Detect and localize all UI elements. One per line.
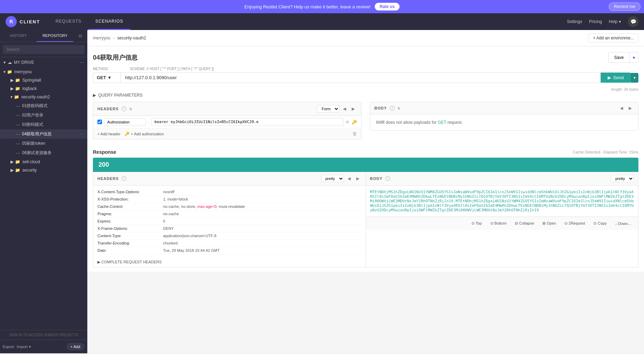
cache-info: Cache Detected - Elapsed Time: 15ms xyxy=(573,150,638,154)
add-env-button[interactable]: + Add an environme... xyxy=(588,33,638,43)
rh-item: Content-Type: application/json;charset=U… xyxy=(97,232,361,240)
body-panel-header: BODY ? ⇅ ◀ ▶ xyxy=(370,102,638,114)
help-button[interactable]: Help ▾ xyxy=(609,19,621,24)
tree-item-label: 03密码模式 xyxy=(22,122,43,128)
response-headers-pretty-select[interactable]: pretty xyxy=(321,175,344,182)
tree-item-security[interactable]: ▶ 📁 security ⋯ xyxy=(0,166,87,174)
body-message-text: does not allow payloads for xyxy=(386,120,438,125)
status-code: 200 xyxy=(98,161,109,168)
tab-requests[interactable]: REQUESTS xyxy=(49,13,88,30)
headers-form-select[interactable]: Form xyxy=(317,105,339,113)
sidebar-copy-icon[interactable]: ⊟ xyxy=(73,30,87,42)
body-sort-icon[interactable]: ⇅ xyxy=(397,106,400,110)
drive-add-btn[interactable]: ⋯ xyxy=(80,60,84,65)
collapse-button[interactable]: ⊟ Collapse xyxy=(512,220,537,227)
headers-panel-header: HEADERS ? ⇅ Form ◀ ▶ xyxy=(93,102,361,116)
open-button[interactable]: ⊞ Open xyxy=(540,220,559,227)
header-colon: : xyxy=(148,120,149,125)
tab-repository[interactable]: REPOSITORY xyxy=(37,30,73,42)
response-body-pretty-select[interactable]: pretty xyxy=(611,175,634,182)
tree-item-merryyou[interactable]: ▾ 📁 merryyou ⋯ xyxy=(0,68,87,76)
headers-nav-next[interactable]: ▶ xyxy=(350,106,357,112)
header-value-input[interactable] xyxy=(151,118,343,126)
send-button[interactable]: ▶ Send xyxy=(601,73,631,83)
body-nav-prev[interactable]: ◀ xyxy=(618,105,625,111)
folder-icon: 📁 xyxy=(7,69,12,74)
send-dropdown-button[interactable]: ▾ xyxy=(631,73,638,83)
tab-history[interactable]: HISTORY xyxy=(0,30,37,42)
send-arrow-icon: ▶ xyxy=(608,75,611,80)
export-button[interactable]: Export xyxy=(3,343,14,351)
complete-headers-toggle[interactable]: ▶ COMPLETE REQUEST HEADERS xyxy=(93,257,366,267)
get-method-text: GET xyxy=(438,120,446,125)
tree-item-spring4all[interactable]: ▶ 📁 Spring4all ⋯ xyxy=(0,76,87,84)
tree-item-02[interactable]: — 02用户登录 ⋯ xyxy=(0,111,87,120)
headers-sort-icon[interactable]: ⇅ xyxy=(129,107,132,111)
down-button[interactable]: ↓ Down... xyxy=(612,220,634,227)
my-drive-header[interactable]: ▾ ☁ MY DRIVE ⋯ xyxy=(0,57,87,68)
rh-item: X-Content-Type-Options: nosniff xyxy=(97,188,361,196)
copy-button[interactable]: ⊙ Copy xyxy=(591,220,609,227)
rh-item: Expires: 0 xyxy=(97,218,361,225)
rh-value: 0 xyxy=(163,219,361,223)
breadcrumb-current: security-oauth2 xyxy=(117,36,146,40)
settings-link[interactable]: Settings xyxy=(567,19,582,24)
search-input[interactable] xyxy=(3,45,85,54)
rh-item: X-XSS-Protection: 1; mode=block xyxy=(97,196,361,203)
import-button[interactable]: Import ▾ xyxy=(17,343,31,351)
top-banner: Enjoying Restlet Client? Help us make it… xyxy=(0,0,644,13)
header-checkbox[interactable] xyxy=(97,120,102,124)
response-body-info-icon: ? xyxy=(385,176,390,181)
tree-item-03[interactable]: — 03密码模式 ⋯ xyxy=(0,120,87,129)
headers-nav-prev[interactable]: ◀ xyxy=(341,106,348,112)
chevron-icon: ▶ xyxy=(10,159,14,164)
tab-scenarios[interactable]: SCENARIOS xyxy=(88,13,130,30)
body-title: BODY xyxy=(374,106,387,110)
delete-header-button[interactable]: 🗑 xyxy=(352,131,357,136)
rh-value: nosniff xyxy=(163,190,361,194)
drive-icon: ☁ xyxy=(8,60,12,65)
rh-item: X-Frame-Options: DENY xyxy=(97,225,361,232)
tree-item-security-oauth2[interactable]: ▾ 📁 security-oauth2 ⋯ xyxy=(0,93,87,101)
method-label: METHOD xyxy=(93,67,128,71)
tree-item-label: merryyou xyxy=(14,69,32,74)
request-button[interactable]: ⊙ 2Request xyxy=(562,220,588,227)
add-auth-button[interactable]: 🔑 + Add authorization xyxy=(125,131,164,136)
tree-item-06[interactable]: — 06测试资源服务 ⋯ xyxy=(0,148,87,158)
response-section: Response Cache Detected - Elapsed Time: … xyxy=(87,145,644,272)
chat-icon[interactable]: 💬 xyxy=(628,16,638,27)
sign-in-label[interactable]: SIGN IN TO ACCESS SHARED PROJECTS xyxy=(0,330,87,340)
header-key-input[interactable] xyxy=(104,118,146,126)
add-button[interactable]: + Add xyxy=(66,343,85,351)
tree-item-logback[interactable]: ▶ 📁 logback ⋯ xyxy=(0,84,87,93)
pricing-link[interactable]: Pricing xyxy=(589,19,602,24)
header-clear-button[interactable]: ✕ xyxy=(345,119,350,125)
query-params-toggle[interactable]: ▶ QUERY PARAMETERS xyxy=(93,93,638,98)
chevron-down-icon: ▾ xyxy=(3,60,6,65)
top-button[interactable]: ⊙ Top xyxy=(469,220,485,227)
folder-icon: 📁 xyxy=(15,168,20,173)
tree-item-01[interactable]: — 01授权码模式 ⋯ xyxy=(0,101,87,111)
rh-key: Date: xyxy=(97,248,160,253)
tree-item-sell-cloud[interactable]: ▶ 📁 sell-cloud ⋯ xyxy=(0,158,87,166)
tree-item-04[interactable]: — 04获取用户信息 ⋯ xyxy=(0,129,87,139)
more-icon[interactable]: ⋯ xyxy=(80,132,84,137)
tree-item-label: 01授权码模式 xyxy=(22,103,47,109)
response-headers-nav-prev[interactable]: ◀ xyxy=(345,175,353,182)
bottom-button[interactable]: ⊙ Bottom xyxy=(488,220,510,227)
body-nav-next[interactable]: ▶ xyxy=(627,105,634,111)
save-dropdown-button[interactable]: ● xyxy=(630,52,638,63)
method-select[interactable]: GET ▾ xyxy=(93,72,121,83)
header-lock-button[interactable]: 🔑 xyxy=(352,120,357,125)
breadcrumb-merryyou[interactable]: merryyou xyxy=(93,36,110,40)
remind-button[interactable]: Remind me xyxy=(609,2,641,11)
folder-icon: 📁 xyxy=(15,159,20,164)
tree-item-label: 05刷新token xyxy=(22,141,45,146)
status-bar: 200 xyxy=(93,158,638,172)
url-input[interactable] xyxy=(121,72,601,83)
save-button[interactable]: Save xyxy=(608,52,630,63)
tree-item-05[interactable]: — 05刷新token ⋯ xyxy=(0,139,87,148)
response-headers-nav-next[interactable]: ▶ xyxy=(354,175,361,182)
add-header-button[interactable]: + Add header xyxy=(97,132,120,136)
rate-us-button[interactable]: Rate us xyxy=(375,3,400,10)
